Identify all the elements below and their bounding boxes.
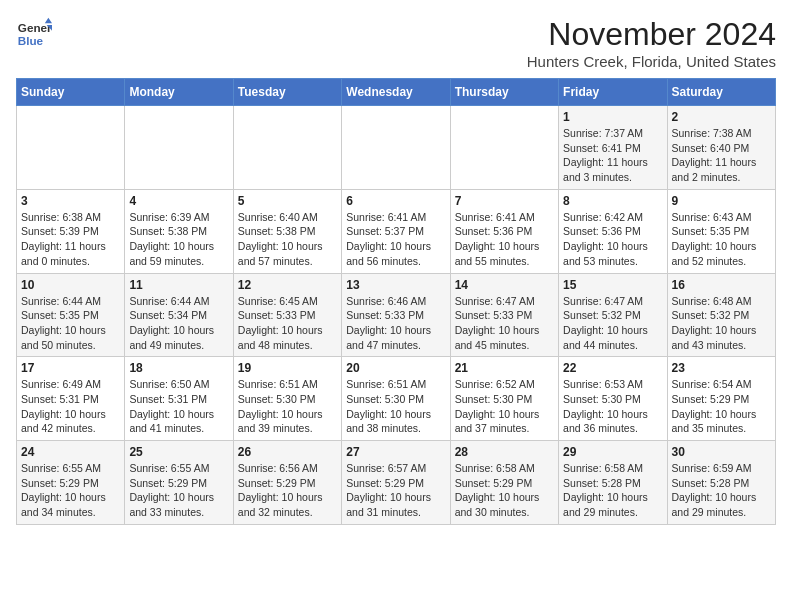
day-number: 7 [455,194,554,208]
day-number: 11 [129,278,228,292]
calendar-cell: 14Sunrise: 6:47 AMSunset: 5:33 PMDayligh… [450,273,558,357]
calendar-cell: 4Sunrise: 6:39 AMSunset: 5:38 PMDaylight… [125,189,233,273]
day-number: 4 [129,194,228,208]
day-number: 19 [238,361,337,375]
day-info: Sunrise: 7:37 AMSunset: 6:41 PMDaylight:… [563,126,662,185]
day-number: 29 [563,445,662,459]
day-number: 8 [563,194,662,208]
calendar-cell [233,106,341,190]
weekday-header: Sunday [17,79,125,106]
page-title: November 2024 [527,16,776,53]
day-info: Sunrise: 6:40 AMSunset: 5:38 PMDaylight:… [238,210,337,269]
calendar-cell: 6Sunrise: 6:41 AMSunset: 5:37 PMDaylight… [342,189,450,273]
weekday-header: Thursday [450,79,558,106]
svg-text:Blue: Blue [18,34,44,47]
calendar-cell: 28Sunrise: 6:58 AMSunset: 5:29 PMDayligh… [450,441,558,525]
calendar-cell: 22Sunrise: 6:53 AMSunset: 5:30 PMDayligh… [559,357,667,441]
calendar-header: SundayMondayTuesdayWednesdayThursdayFrid… [17,79,776,106]
day-number: 12 [238,278,337,292]
calendar-cell: 8Sunrise: 6:42 AMSunset: 5:36 PMDaylight… [559,189,667,273]
day-number: 13 [346,278,445,292]
calendar-cell: 19Sunrise: 6:51 AMSunset: 5:30 PMDayligh… [233,357,341,441]
calendar-week-row: 17Sunrise: 6:49 AMSunset: 5:31 PMDayligh… [17,357,776,441]
day-info: Sunrise: 6:58 AMSunset: 5:28 PMDaylight:… [563,461,662,520]
calendar-cell: 26Sunrise: 6:56 AMSunset: 5:29 PMDayligh… [233,441,341,525]
day-number: 17 [21,361,120,375]
page-header: General Blue November 2024 Hunters Creek… [16,16,776,70]
day-info: Sunrise: 6:51 AMSunset: 5:30 PMDaylight:… [238,377,337,436]
day-info: Sunrise: 6:41 AMSunset: 5:37 PMDaylight:… [346,210,445,269]
logo: General Blue [16,16,52,52]
calendar-cell: 11Sunrise: 6:44 AMSunset: 5:34 PMDayligh… [125,273,233,357]
day-number: 21 [455,361,554,375]
day-info: Sunrise: 6:47 AMSunset: 5:33 PMDaylight:… [455,294,554,353]
day-info: Sunrise: 6:52 AMSunset: 5:30 PMDaylight:… [455,377,554,436]
day-number: 15 [563,278,662,292]
day-number: 26 [238,445,337,459]
day-number: 16 [672,278,771,292]
weekday-header: Tuesday [233,79,341,106]
calendar-cell: 16Sunrise: 6:48 AMSunset: 5:32 PMDayligh… [667,273,775,357]
calendar-cell: 15Sunrise: 6:47 AMSunset: 5:32 PMDayligh… [559,273,667,357]
day-number: 23 [672,361,771,375]
weekday-header: Monday [125,79,233,106]
calendar-cell: 2Sunrise: 7:38 AMSunset: 6:40 PMDaylight… [667,106,775,190]
calendar-cell [17,106,125,190]
day-info: Sunrise: 6:43 AMSunset: 5:35 PMDaylight:… [672,210,771,269]
calendar-cell: 25Sunrise: 6:55 AMSunset: 5:29 PMDayligh… [125,441,233,525]
day-number: 28 [455,445,554,459]
day-number: 9 [672,194,771,208]
day-info: Sunrise: 6:49 AMSunset: 5:31 PMDaylight:… [21,377,120,436]
day-info: Sunrise: 6:41 AMSunset: 5:36 PMDaylight:… [455,210,554,269]
day-info: Sunrise: 6:55 AMSunset: 5:29 PMDaylight:… [21,461,120,520]
day-number: 5 [238,194,337,208]
day-info: Sunrise: 6:42 AMSunset: 5:36 PMDaylight:… [563,210,662,269]
calendar-cell: 24Sunrise: 6:55 AMSunset: 5:29 PMDayligh… [17,441,125,525]
day-info: Sunrise: 6:50 AMSunset: 5:31 PMDaylight:… [129,377,228,436]
day-number: 20 [346,361,445,375]
day-number: 30 [672,445,771,459]
calendar-cell: 12Sunrise: 6:45 AMSunset: 5:33 PMDayligh… [233,273,341,357]
day-info: Sunrise: 6:38 AMSunset: 5:39 PMDaylight:… [21,210,120,269]
day-info: Sunrise: 6:55 AMSunset: 5:29 PMDaylight:… [129,461,228,520]
day-info: Sunrise: 6:44 AMSunset: 5:34 PMDaylight:… [129,294,228,353]
calendar-cell: 17Sunrise: 6:49 AMSunset: 5:31 PMDayligh… [17,357,125,441]
day-number: 10 [21,278,120,292]
day-info: Sunrise: 6:57 AMSunset: 5:29 PMDaylight:… [346,461,445,520]
calendar-cell: 27Sunrise: 6:57 AMSunset: 5:29 PMDayligh… [342,441,450,525]
day-info: Sunrise: 6:47 AMSunset: 5:32 PMDaylight:… [563,294,662,353]
day-info: Sunrise: 6:59 AMSunset: 5:28 PMDaylight:… [672,461,771,520]
day-info: Sunrise: 6:48 AMSunset: 5:32 PMDaylight:… [672,294,771,353]
calendar-cell: 23Sunrise: 6:54 AMSunset: 5:29 PMDayligh… [667,357,775,441]
title-block: November 2024 Hunters Creek, Florida, Un… [527,16,776,70]
calendar-cell: 20Sunrise: 6:51 AMSunset: 5:30 PMDayligh… [342,357,450,441]
day-number: 6 [346,194,445,208]
day-info: Sunrise: 6:53 AMSunset: 5:30 PMDaylight:… [563,377,662,436]
day-info: Sunrise: 6:44 AMSunset: 5:35 PMDaylight:… [21,294,120,353]
calendar-cell [450,106,558,190]
calendar-week-row: 3Sunrise: 6:38 AMSunset: 5:39 PMDaylight… [17,189,776,273]
day-number: 27 [346,445,445,459]
calendar-cell [125,106,233,190]
day-number: 2 [672,110,771,124]
day-number: 18 [129,361,228,375]
calendar-cell: 29Sunrise: 6:58 AMSunset: 5:28 PMDayligh… [559,441,667,525]
calendar-cell: 7Sunrise: 6:41 AMSunset: 5:36 PMDaylight… [450,189,558,273]
day-info: Sunrise: 6:39 AMSunset: 5:38 PMDaylight:… [129,210,228,269]
calendar-cell: 13Sunrise: 6:46 AMSunset: 5:33 PMDayligh… [342,273,450,357]
day-number: 24 [21,445,120,459]
day-number: 22 [563,361,662,375]
calendar-week-row: 24Sunrise: 6:55 AMSunset: 5:29 PMDayligh… [17,441,776,525]
day-info: Sunrise: 6:56 AMSunset: 5:29 PMDaylight:… [238,461,337,520]
weekday-header: Friday [559,79,667,106]
calendar-cell: 9Sunrise: 6:43 AMSunset: 5:35 PMDaylight… [667,189,775,273]
day-info: Sunrise: 6:45 AMSunset: 5:33 PMDaylight:… [238,294,337,353]
calendar-cell: 5Sunrise: 6:40 AMSunset: 5:38 PMDaylight… [233,189,341,273]
day-number: 14 [455,278,554,292]
page-subtitle: Hunters Creek, Florida, United States [527,53,776,70]
logo-icon: General Blue [16,16,52,52]
calendar-cell: 10Sunrise: 6:44 AMSunset: 5:35 PMDayligh… [17,273,125,357]
calendar-cell: 30Sunrise: 6:59 AMSunset: 5:28 PMDayligh… [667,441,775,525]
calendar-cell: 1Sunrise: 7:37 AMSunset: 6:41 PMDaylight… [559,106,667,190]
day-info: Sunrise: 6:58 AMSunset: 5:29 PMDaylight:… [455,461,554,520]
